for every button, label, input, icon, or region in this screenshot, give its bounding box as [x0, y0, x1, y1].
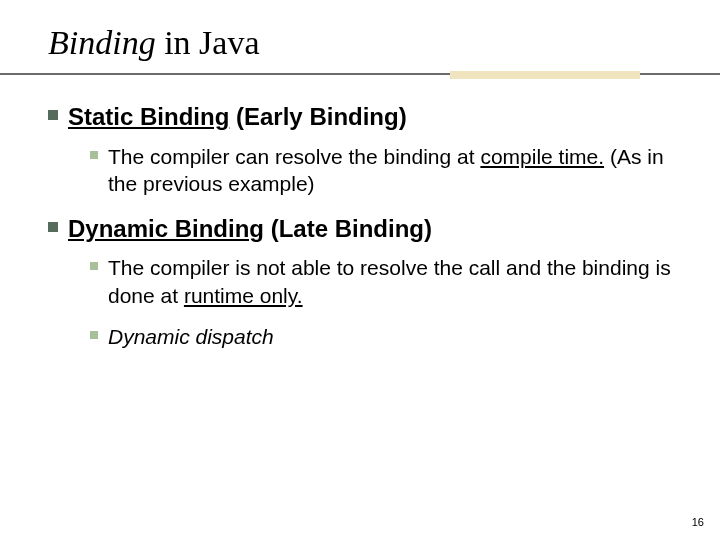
section-static: Static Binding (Early Binding) The compi…: [48, 101, 680, 197]
heading-underlined: Dynamic Binding: [68, 215, 264, 242]
sub-list: The compiler is not able to resolve the …: [48, 254, 680, 350]
item-text: The compiler can resolve the binding at …: [108, 143, 680, 198]
list-item: Dynamic dispatch: [90, 323, 680, 350]
item-pre: Dynamic dispatch: [108, 325, 274, 348]
heading-rest: (Late Binding): [264, 215, 432, 242]
item-pre: The compiler can resolve the binding at: [108, 145, 480, 168]
section-heading: Static Binding (Early Binding): [68, 101, 407, 132]
title-italic: Binding: [48, 24, 156, 61]
title-accent-bar: [450, 71, 640, 79]
heading-underlined: Static Binding: [68, 103, 229, 130]
item-text: Dynamic dispatch: [108, 323, 274, 350]
heading-rest: (Early Binding): [229, 103, 406, 130]
bullet-list: Static Binding (Early Binding) The compi…: [48, 101, 680, 350]
page-number: 16: [692, 516, 704, 528]
sub-list: The compiler can resolve the binding at …: [48, 143, 680, 198]
list-item: The compiler is not able to resolve the …: [90, 254, 680, 309]
slide: Binding in Java Static Binding (Early Bi…: [0, 0, 720, 540]
slide-body: Static Binding (Early Binding) The compi…: [48, 101, 680, 350]
item-underlined: compile time.: [480, 145, 604, 168]
square-bullet-icon: [48, 110, 58, 120]
square-bullet-icon: [90, 262, 98, 270]
list-item: The compiler can resolve the binding at …: [90, 143, 680, 198]
square-bullet-icon: [90, 151, 98, 159]
slide-title: Binding in Java: [48, 24, 680, 61]
item-text: The compiler is not able to resolve the …: [108, 254, 680, 309]
section-heading: Dynamic Binding (Late Binding): [68, 213, 432, 244]
square-bullet-icon: [90, 331, 98, 339]
square-bullet-icon: [48, 222, 58, 232]
item-underlined: runtime only.: [184, 284, 303, 307]
title-rest: in Java: [156, 24, 260, 61]
title-area: Binding in Java: [48, 24, 680, 67]
section-dynamic: Dynamic Binding (Late Binding) The compi…: [48, 213, 680, 350]
